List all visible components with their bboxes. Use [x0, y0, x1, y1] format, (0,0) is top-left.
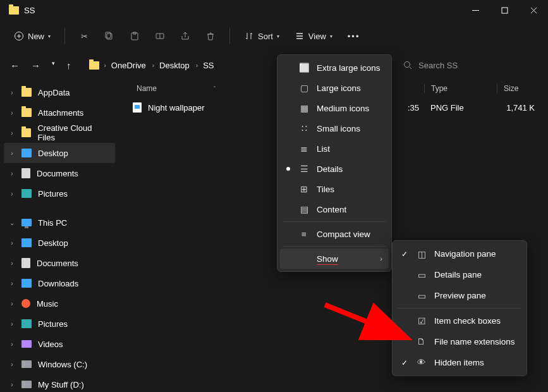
copy-button[interactable]	[98, 25, 121, 47]
view-mode-icon: ☰	[299, 164, 309, 174]
back-button[interactable]: ←	[10, 60, 20, 71]
breadcrumb-item[interactable]: Desktop	[159, 61, 190, 70]
sidebar-item[interactable]: › Documents	[4, 253, 115, 273]
icon-blue-icon	[21, 149, 32, 157]
minimize-button[interactable]	[461, 0, 490, 20]
view-mode-icon: ▦	[299, 103, 309, 113]
menu-separator	[283, 246, 386, 247]
icon-doc-icon	[21, 258, 30, 268]
submenu-item-label: Hidden items	[434, 358, 484, 367]
view-menu-item[interactable]: ∷Small icons	[280, 118, 389, 138]
column-size[interactable]: Size	[497, 84, 535, 93]
view-button[interactable]: View ▾	[288, 25, 339, 47]
close-button[interactable]	[519, 0, 548, 20]
sidebar-item[interactable]: › Downloads	[4, 273, 115, 293]
column-type[interactable]: Type	[424, 84, 497, 93]
submenu-icon: ◫	[417, 249, 427, 259]
search-input[interactable]: Search SS	[396, 55, 538, 75]
up-button[interactable]: ↑	[66, 60, 71, 71]
view-menu-item[interactable]: ▢Large icons	[280, 78, 389, 98]
more-icon: •••	[348, 32, 360, 41]
new-button[interactable]: New ▾	[8, 25, 57, 47]
menu-item-label: Compact view	[317, 230, 370, 239]
image-file-icon	[133, 102, 142, 113]
submenu-item-label: File name extensions	[434, 337, 515, 346]
expand-caret-icon: ›	[9, 190, 15, 197]
view-menu-item[interactable]: ▦Medium icons	[280, 98, 389, 118]
sidebar-item[interactable]: ⌄ This PC	[4, 212, 115, 233]
sidebar-item-label: Creative Cloud Files	[37, 123, 110, 142]
expand-caret-icon: ›	[9, 89, 15, 96]
compact-icon: ≡	[299, 229, 309, 239]
title-bar: SS	[0, 0, 548, 20]
view-mode-icon: ⬜	[299, 63, 309, 73]
sidebar-item[interactable]: › My Stuff (D:)	[4, 374, 115, 392]
cut-button[interactable]: ✂	[73, 25, 95, 47]
share-button[interactable]	[174, 25, 197, 47]
sidebar-item[interactable]: › AppData	[4, 82, 115, 102]
view-menu-item[interactable]: ☰Details	[280, 159, 389, 179]
paste-button[interactable]	[123, 25, 146, 47]
sidebar-item[interactable]: › Pictures	[4, 183, 115, 204]
sidebar-item[interactable]: › Documents	[4, 163, 115, 183]
menu-item-label: Details	[317, 164, 343, 174]
svg-rect-3	[106, 32, 111, 38]
sidebar-item[interactable]: › Music	[4, 293, 115, 314]
rename-button[interactable]	[149, 25, 171, 47]
icon-doc-icon	[21, 168, 30, 178]
show-menu-item[interactable]: Show›	[280, 248, 389, 269]
show-submenu-item[interactable]: 🗋File name extensions	[395, 331, 524, 352]
folder-icon	[9, 6, 19, 15]
expand-caret-icon: ›	[9, 240, 15, 247]
recent-locations-button[interactable]: ▾	[52, 60, 55, 71]
view-mode-icon: ≣	[299, 144, 309, 154]
folder-icon	[89, 61, 99, 70]
view-menu-item[interactable]: ⊞Tiles	[280, 179, 389, 199]
show-submenu-item[interactable]: ☑Item check boxes	[395, 310, 524, 331]
copy-icon	[104, 31, 114, 41]
toolbar: New ▾ ✂ Sort ▾ View ▾ •••	[0, 20, 548, 52]
more-button[interactable]: •••	[341, 25, 367, 47]
maximize-button[interactable]	[490, 0, 519, 20]
icon-monitor-icon	[21, 219, 32, 226]
breadcrumb-item[interactable]: OneDrive	[111, 61, 146, 70]
icon-video-icon	[21, 340, 32, 348]
sidebar-item[interactable]: › Desktop	[4, 143, 115, 163]
show-submenu-item[interactable]: ✓👁Hidden items	[395, 352, 524, 373]
show-submenu-item[interactable]: ▭Details pane	[395, 264, 524, 285]
sidebar-item[interactable]: › Creative Cloud Files	[4, 123, 115, 143]
submenu-item-label: Details pane	[434, 270, 482, 279]
sort-button[interactable]: Sort ▾	[238, 25, 286, 47]
icon-blue-icon	[21, 279, 32, 288]
view-menu-item[interactable]: ▤Content	[280, 199, 389, 219]
column-name[interactable]: Name	[137, 84, 157, 93]
compact-view-item[interactable]: ≡Compact view	[280, 224, 389, 244]
forward-button[interactable]: →	[31, 60, 40, 71]
window-title: SS	[24, 6, 35, 15]
view-menu: ⬜Extra large icons▢Large icons▦Medium ic…	[277, 54, 392, 272]
sidebar-item[interactable]: › Desktop	[4, 233, 115, 253]
view-menu-item[interactable]: ≣List	[280, 138, 389, 159]
sidebar-item-label: My Stuff (D:)	[38, 380, 84, 389]
menu-item-label: Tiles	[317, 185, 334, 194]
view-menu-item[interactable]: ⬜Extra large icons	[280, 58, 389, 78]
show-submenu-item[interactable]: ✓◫Navigation pane	[395, 243, 524, 264]
sidebar-item[interactable]: › Pictures	[4, 314, 115, 334]
sidebar-item[interactable]: › Videos	[4, 334, 115, 354]
sidebar-item-label: Attachments	[38, 108, 83, 118]
expand-caret-icon: ›	[9, 280, 15, 287]
show-submenu-item[interactable]: ▭Preview pane	[395, 285, 524, 306]
sidebar-item[interactable]: › Windows (C:)	[4, 354, 115, 374]
menu-item-label: Content	[317, 205, 346, 214]
breadcrumb-item[interactable]: SS	[203, 61, 214, 70]
sidebar-item[interactable]: › Attachments	[4, 102, 115, 123]
folder-yellow-icon	[21, 88, 32, 97]
expand-caret-icon: ›	[9, 150, 15, 157]
view-mode-icon: ∷	[299, 123, 309, 133]
delete-button[interactable]	[199, 25, 222, 47]
submenu-icon: 🗋	[417, 337, 427, 347]
view-mode-icon: ▤	[299, 204, 309, 214]
navigation-pane: › AppData› Attachments› Creative Cloud F…	[0, 78, 119, 392]
icon-disk-icon	[21, 381, 32, 388]
expand-caret-icon: ›	[9, 321, 15, 328]
